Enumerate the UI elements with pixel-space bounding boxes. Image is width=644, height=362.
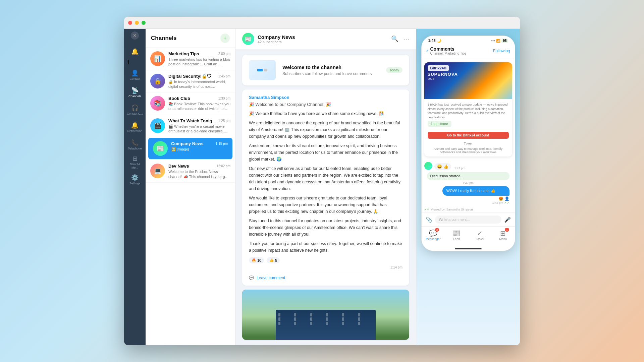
add-channel-button[interactable]: + [220, 34, 230, 43]
phone-comments-title: Comments [430, 46, 467, 52]
messenger-badge: 2 [435, 228, 439, 232]
avatar-dev: 💻 [150, 164, 165, 178]
channel-list: 📊 Marketing Tips 2:00 pm Three marketing… [146, 48, 235, 345]
msg-para-0: 🎉 We are thrilled to have you here as we… [249, 110, 402, 117]
channel-preview-bookclub: 📚 Book Review: This book takes you on a … [168, 102, 230, 111]
reaction-emoji-1: 😀 [437, 164, 442, 169]
nav-notifications-wrap: 🔔 1 [127, 44, 143, 66]
welcome-text-group: Welcome to the channel! Subscribers can … [282, 64, 379, 76]
reaction-thumbs[interactable]: 👍 5 [267, 257, 280, 263]
graphic-dot-gray [264, 69, 267, 71]
welcome-subtitle: Subscribers can follow posts and leave c… [282, 71, 379, 76]
channel-item-bookclub[interactable]: 📚 Book Club 1:30 pm 📚 Book Review: This … [146, 93, 235, 115]
phone-status-bar: 1:45 🌙 ▪▪▪ 📶 95 [422, 36, 515, 44]
minimize-dot[interactable] [135, 21, 139, 25]
discussion-text: Discussion started... [430, 174, 464, 178]
phone-post-supernova: supernova [428, 72, 458, 77]
channels-icon: 📡 [131, 87, 139, 94]
reaction-fire-emoji: 🔥 [252, 258, 256, 262]
phone-title-group: Comments Channel: Marketing Tips [430, 46, 467, 55]
phone-msg-time: 1:42 pm [454, 167, 466, 170]
channel-time-digital: 1:45 pm [218, 74, 230, 78]
nav-channels[interactable]: 📡 Channels [127, 84, 143, 101]
channel-item-marketing[interactable]: 📊 Marketing Tips 2:00 pm Three marketing… [146, 48, 235, 70]
channel-name-digital: Digital Security!🔒🛡 [168, 74, 211, 79]
nav-contacts[interactable]: 👤 Contact [127, 67, 143, 83]
phone-post-body: Bitrix24 has just received a major updat… [424, 99, 512, 130]
close-button[interactable]: ✕ [131, 32, 139, 40]
menu-label: Menu [499, 237, 507, 241]
nav-notifications2[interactable]: 🔔 Notification [127, 119, 143, 135]
post-image [242, 290, 409, 340]
phone-comments-subtitle: Channel: Marketing Tips [430, 52, 467, 55]
contact-center-label: Contact C... [127, 112, 143, 116]
phone-back-button[interactable]: ‹ [426, 47, 428, 54]
channel-info-dev: Dev News 12:02 pm Welcome to the Product… [168, 164, 230, 179]
phone-learn-more-button[interactable]: Learn more [428, 121, 451, 127]
channel-time-company: 1:15 pm [216, 142, 228, 145]
channel-item-watch[interactable]: 🎬 What To Watch Tonight🍿 1:25 pm 🎬 Wheth… [146, 115, 235, 137]
maximize-dot[interactable] [142, 21, 146, 25]
channel-time-dev: 12:02 pm [216, 164, 230, 168]
phone-input-bar: 📎 Write a comment... 🎤 [422, 213, 515, 226]
reaction-fire[interactable]: 🔥 10 [249, 257, 264, 263]
more-icon[interactable]: ⋯ [403, 35, 409, 43]
search-icon[interactable]: 🔍 [391, 35, 398, 43]
notifications2-icon: 🔔 [131, 122, 139, 129]
phone-nav-menu[interactable]: 1 ⊞ Menu [491, 227, 515, 244]
attach-icon[interactable]: 📎 [426, 217, 432, 223]
phone-comment-input[interactable]: Write a comment... [435, 216, 501, 224]
channel-item-company[interactable]: 📰 Company News 1:15 pm 🖼️ [Image] [148, 138, 232, 160]
channel-name-marketing: Marketing Tips [168, 51, 199, 56]
channel-info-company: Company News 1:15 pm 🖼️ [Image] [171, 141, 228, 152]
settings-icon: ⚙️ [131, 174, 139, 181]
nav-contact-center[interactable]: 🎧 Contact C... [127, 102, 143, 118]
read-checkmarks: ✓✓ [504, 201, 509, 204]
nav-settings[interactable]: ⚙️ Settings [127, 172, 143, 188]
message-body: 🎉 We are thrilled to have you here as we… [249, 110, 402, 254]
app-container: ✕ 🔔 1 👤 Contact 📡 Channels 🎧 Contact C..… [124, 29, 520, 345]
mic-icon[interactable]: 🎤 [504, 217, 511, 223]
message-greeting: 🎉 Welcome to our Company Channel! 🎉 [249, 102, 402, 107]
leave-comment-button[interactable]: 💬 Leave comment [249, 272, 402, 280]
wow-reaction-2: 👤 [504, 196, 509, 201]
today-badge: Today [386, 67, 402, 73]
phone-following-button[interactable]: Following [493, 49, 510, 53]
nav-bitrix24[interactable]: ⊞ Bitrix24 Me... [127, 154, 143, 170]
phone-cta-button[interactable]: Go to the Bitrix24 account [428, 132, 509, 139]
building-windows [276, 310, 376, 328]
channel-preview-digital: 🔒 In today's interconnected world, digit… [168, 79, 230, 89]
channels-title: Channels [151, 35, 177, 42]
home-line [455, 248, 482, 249]
channel-item-dev[interactable]: 💻 Dev News 12:02 pm Welcome to the Produ… [146, 160, 235, 183]
nav-notifications[interactable]: 🔔 [127, 44, 143, 60]
msg-para-2: Amsterdam, known for its vibrant culture… [249, 142, 402, 163]
phone-nav-feed[interactable]: 📰 Feed [445, 227, 468, 244]
battery-indicator: 95 [501, 39, 508, 43]
notifications2-label: Notification [127, 130, 143, 133]
notifications-icon: 🔔 [131, 48, 139, 55]
telephone-label: Telephone [128, 147, 142, 150]
contacts-icon: 👤 [131, 69, 139, 77]
nav-telephone[interactable]: 📞 Telephone [127, 137, 143, 153]
phone-header: ‹ Comments Channel: Marketing Tips Follo… [422, 44, 515, 59]
phone-msg-reactions-row: 😀 👍 1:42 pm [424, 162, 512, 170]
phone-discussion-time: 1:42 pm [424, 181, 512, 185]
channel-name-bookclub: Book Club [168, 96, 190, 101]
feed-label: Feed [453, 237, 460, 241]
browser-window: ✕ 🔔 1 👤 Contact 📡 Channels 🎧 Contact C..… [124, 17, 520, 345]
avatar-marketing: 📊 [150, 51, 165, 66]
phone-nav-tasks[interactable]: ✓ Tasks [468, 227, 492, 244]
tasks-label: Tasks [476, 237, 484, 241]
phone-nav-messenger[interactable]: 2 💬 Messenger [422, 227, 445, 244]
notifications-badge: 1 [127, 60, 130, 65]
phone-header-left: ‹ Comments Channel: Marketing Tips [426, 46, 467, 55]
channel-item-digital[interactable]: 🔒 Digital Security!🔒🛡 1:45 pm 🔒 In today… [146, 70, 235, 93]
phone-status-right: ▪▪▪ 📶 95 [491, 39, 508, 43]
close-dot[interactable] [128, 21, 132, 25]
phone-wow-bubble: WOW! I really like this one 👍 [442, 186, 509, 196]
phone-panel: 1:45 🌙 ▪▪▪ 📶 95 ‹ Comments Channel: Mark… [416, 29, 520, 345]
channel-preview-marketing: Three marketing tips for writing a blog … [168, 57, 230, 67]
reaction-thumbs-emoji: 👍 [269, 258, 274, 262]
channel-info-marketing: Marketing Tips 2:00 pm Three marketing t… [168, 51, 230, 67]
